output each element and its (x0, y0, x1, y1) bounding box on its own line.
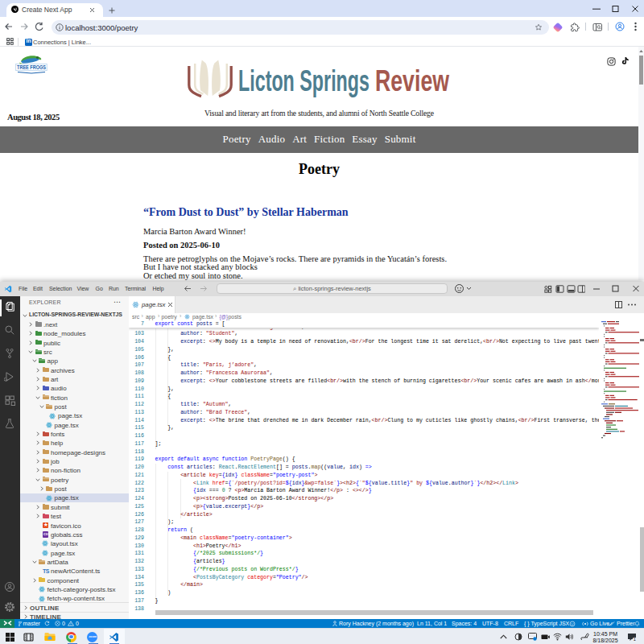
svg-text:1: 1 (634, 637, 636, 642)
svg-text:TREE FROGS: TREE FROGS (17, 64, 46, 70)
svg-text:Licton Springs: Licton Springs (238, 64, 369, 97)
svg-text:Review: Review (375, 64, 449, 97)
